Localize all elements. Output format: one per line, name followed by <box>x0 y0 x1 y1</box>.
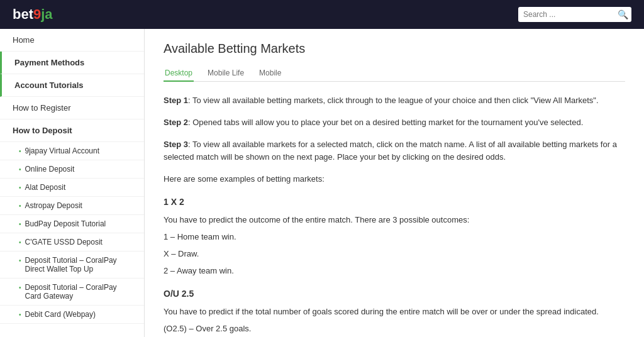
bullet-icon: • <box>19 148 21 155</box>
step1-label: Step 1 <box>164 96 188 105</box>
section-ou25-content: You have to predict if the total number … <box>164 306 625 319</box>
step2-text: : Opened tabs will allow you to place yo… <box>188 118 583 127</box>
bullet-icon: • <box>19 166 21 173</box>
page-title: Available Betting Markets <box>164 41 625 56</box>
bullet-icon: • <box>19 202 21 209</box>
section-1x2-line2: X – Draw. <box>164 248 625 261</box>
section-ou25-line1: (O2.5) – Over 2.5 goals. <box>164 323 625 336</box>
step1-paragraph: Step 1: To view all available betting ma… <box>164 94 625 108</box>
search-bar: 🔍 <box>518 7 631 22</box>
logo-9: 9 <box>33 6 41 22</box>
search-input[interactable] <box>523 10 618 19</box>
tab-desktop[interactable]: Desktop <box>164 65 194 82</box>
sidebar-subitem-coralpay-direct[interactable]: • Deposit Tutorial – CoralPay Direct Wal… <box>0 251 144 279</box>
section-1x2-line1: 1 – Home team win. <box>164 231 625 244</box>
bullet-icon: • <box>19 284 21 291</box>
sidebar-subitem-budpay-deposit[interactable]: • BudPay Deposit Tutorial <box>0 215 144 233</box>
sidebar-item-how-to-deposit[interactable]: How to Deposit <box>0 119 144 142</box>
here-text: Here are some examples of betting market… <box>164 173 625 186</box>
sidebar-item-payment-methods[interactable]: Payment Methods <box>0 52 144 74</box>
logo-ja: ja <box>41 6 52 22</box>
logo-bet: bet <box>13 6 33 22</box>
sidebar-item-account-tutorials[interactable]: Account Tutorials <box>0 74 144 97</box>
sidebar-subitem-9japay[interactable]: • 9japay Virtual Account <box>0 142 144 160</box>
step3-label: Step 3 <box>164 140 188 149</box>
tab-mobile-life[interactable]: Mobile Life <box>206 65 245 82</box>
sidebar-subitem-astropay-deposit[interactable]: • Astropay Deposit <box>0 197 144 215</box>
section-1x2-line3: 2 – Away team win. <box>164 265 625 278</box>
sidebar-item-home[interactable]: Home <box>0 29 144 52</box>
bullet-icon: • <box>19 221 21 228</box>
sidebar: Home Payment Methods Account Tutorials H… <box>0 29 145 337</box>
bullet-icon: • <box>19 257 21 264</box>
search-button[interactable]: 🔍 <box>618 9 628 19</box>
bullet-icon: • <box>19 311 21 318</box>
sidebar-subitem-coralpay-card[interactable]: • Deposit Tutorial – CoralPay Card Gatew… <box>0 279 144 306</box>
section-ou25-heading: O/U 2.5 <box>164 287 625 301</box>
sidebar-subitem-debit-card[interactable]: • Debit Card (Webpay) <box>0 306 144 324</box>
bullet-icon: • <box>19 239 21 246</box>
sidebar-subitem-cgate-ussd[interactable]: • C'GATE USSD Deposit <box>0 233 144 251</box>
step3-text: : To view all available markets for a se… <box>164 140 617 162</box>
sidebar-subitem-alat-deposit[interactable]: • Alat Deposit <box>0 179 144 197</box>
logo: bet9ja <box>13 6 53 23</box>
content-body: Step 1: To view all available betting ma… <box>164 94 625 337</box>
sidebar-item-how-to-register[interactable]: How to Register <box>0 97 144 119</box>
sidebar-subitem-online-deposit[interactable]: • Online Deposit <box>0 160 144 179</box>
main-layout: Home Payment Methods Account Tutorials H… <box>0 29 644 337</box>
bullet-icon: • <box>19 184 21 191</box>
section-1x2-content: You have to predict the outcome of the e… <box>164 214 625 227</box>
step1-text: : To view all available betting markets,… <box>188 96 599 105</box>
step3-paragraph: Step 3: To view all available markets fo… <box>164 138 625 165</box>
top-navigation: bet9ja 🔍 <box>0 0 644 29</box>
tab-mobile[interactable]: Mobile <box>258 65 282 82</box>
tabs-bar: Desktop Mobile Life Mobile <box>164 65 625 82</box>
section-1x2-heading: 1 X 2 <box>164 195 625 209</box>
step2-label: Step 2 <box>164 118 188 127</box>
main-content: Available Betting Markets Desktop Mobile… <box>145 29 644 337</box>
step2-paragraph: Step 2: Opened tabs will allow you to pl… <box>164 116 625 130</box>
